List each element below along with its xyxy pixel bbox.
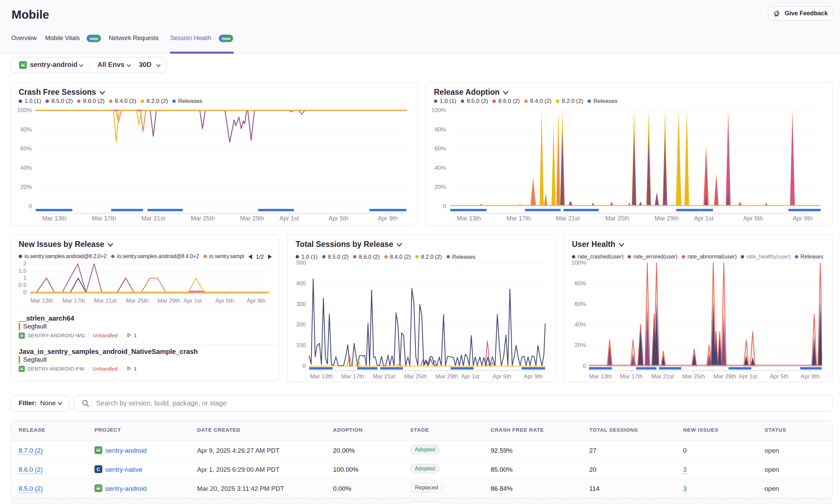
svg-text:C: C <box>97 467 100 472</box>
